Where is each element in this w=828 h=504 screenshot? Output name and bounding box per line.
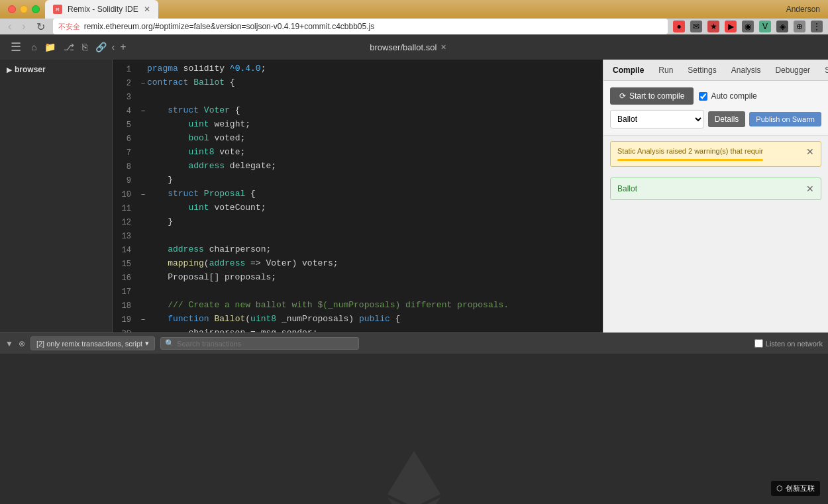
- listen-network-checkbox[interactable]: [754, 339, 763, 348]
- tab-favicon: R: [53, 5, 62, 14]
- right-panel: Compile Run Settings Analysis Debugger S…: [603, 60, 828, 332]
- close-button[interactable]: [8, 5, 16, 13]
- line-indicator[interactable]: [139, 271, 147, 285]
- details-button[interactable]: Details: [708, 111, 746, 127]
- sidebar-toggle[interactable]: ☰: [5, 37, 26, 57]
- line-number: 3: [113, 90, 139, 104]
- line-indicator[interactable]: [139, 201, 147, 215]
- nav-compile[interactable]: Compile: [606, 63, 650, 77]
- auto-compile-checkbox[interactable]: [699, 92, 707, 101]
- app: ☰ ⌂ 📁 ⎇ ⎘ 🔗 ‹ + browser/ballot.sol ✕ ▶ b…: [0, 34, 828, 504]
- start-compile-button[interactable]: ⟳ Start to compile: [610, 87, 694, 105]
- app-header: ☰ ⌂ 📁 ⎇ ⎘ 🔗 ‹ + browser/ballot.sol ✕: [0, 34, 828, 60]
- listen-network-text: Listen on network: [766, 340, 823, 348]
- traffic-lights: [8, 5, 40, 13]
- warning-progress-bar: [617, 159, 763, 161]
- auto-compile-label[interactable]: Auto compile: [699, 91, 756, 101]
- code-line: 18 /// Create a new ballot with $(_numPr…: [113, 299, 603, 313]
- tab-bar: R Remix - Solidity IDE ✕: [45, 0, 158, 19]
- nav-settings[interactable]: Settings: [681, 63, 723, 77]
- line-indicator[interactable]: [139, 90, 147, 104]
- security-label: 不安全: [58, 22, 80, 32]
- line-indicator[interactable]: [139, 327, 147, 332]
- line-number: 13: [113, 229, 139, 243]
- line-indicator[interactable]: [139, 118, 147, 132]
- line-number: 16: [113, 271, 139, 285]
- address-input[interactable]: 不安全 remix.ethereum.org/#optimize=false&v…: [53, 19, 668, 34]
- line-indicator[interactable]: [139, 229, 147, 243]
- line-indicator[interactable]: [139, 299, 147, 313]
- line-content: struct Voter {: [147, 104, 603, 118]
- txn-arrow-down-icon[interactable]: ▼: [5, 339, 13, 348]
- txn-search-box[interactable]: 🔍: [160, 337, 359, 350]
- line-content: address delegate;: [147, 160, 603, 174]
- browser-icons: ● ✉ ★ ▶ ◉ V ◈ ⊕ ⋮: [673, 21, 823, 32]
- line-content: }: [147, 215, 603, 229]
- warning-box: Static Analysis raised 2 warning(s) that…: [610, 141, 821, 167]
- line-content: struct Proposal {: [147, 187, 603, 201]
- git-icon[interactable]: ⎇: [62, 40, 76, 54]
- browser-icon-9: ⋮: [811, 21, 823, 32]
- home-icon[interactable]: ⌂: [29, 40, 38, 54]
- browser-tab[interactable]: R Remix - Solidity IDE ✕: [45, 0, 158, 19]
- browser-icon-7: ◈: [776, 21, 788, 32]
- contract-select[interactable]: Ballot: [610, 110, 704, 128]
- line-indicator[interactable]: [139, 62, 147, 76]
- transaction-bar: ▼ ⊗ [2] only remix transactions, script …: [0, 332, 828, 354]
- file-title-text: browser/ballot.sol: [370, 42, 437, 52]
- sidebar-browser-header[interactable]: ▶ browser: [0, 60, 112, 79]
- line-indicator[interactable]: [139, 243, 147, 257]
- ballot-close-icon[interactable]: ✕: [806, 183, 814, 194]
- line-indicator[interactable]: −: [139, 104, 147, 118]
- line-content: }: [147, 174, 603, 187]
- line-indicator[interactable]: [139, 215, 147, 229]
- line-indicator[interactable]: [139, 146, 147, 160]
- line-indicator[interactable]: −: [139, 187, 147, 201]
- line-content: chairperson = msg.sender;: [147, 327, 603, 332]
- compile-row: ⟳ Start to compile Auto compile: [610, 87, 821, 105]
- line-indicator[interactable]: [139, 132, 147, 146]
- code-line: 10− struct Proposal {: [113, 187, 603, 201]
- nav-run[interactable]: Run: [652, 63, 680, 77]
- contract-row: Ballot Details Publish on Swarm: [610, 110, 821, 128]
- nav-debugger[interactable]: Debugger: [768, 63, 817, 77]
- warning-close-icon[interactable]: ✕: [806, 147, 814, 156]
- code-editor[interactable]: 1pragma solidity ^0.4.0;2−contract Ballo…: [113, 60, 603, 332]
- code-line: 14 address chairperson;: [113, 243, 603, 257]
- line-indicator[interactable]: −: [139, 76, 147, 90]
- line-indicator[interactable]: [139, 285, 147, 299]
- maximize-button[interactable]: [32, 5, 40, 13]
- add-tab-button[interactable]: +: [120, 41, 126, 53]
- browser-icon-6: V: [759, 21, 771, 32]
- browser-icon-2: ✉: [690, 21, 702, 32]
- line-content: contract Ballot {: [147, 76, 603, 90]
- left-arrow-icon[interactable]: ‹: [111, 42, 115, 52]
- code-line: 19− function Ballot(uint8 _numProposals)…: [113, 313, 603, 327]
- refresh-button[interactable]: ↻: [34, 19, 48, 34]
- txn-filter-dropdown[interactable]: [2] only remix transactions, script ▾: [30, 336, 155, 350]
- nav-support[interactable]: Support: [818, 63, 828, 77]
- line-indicator[interactable]: −: [139, 313, 147, 327]
- listen-network-label[interactable]: Listen on network: [754, 339, 823, 348]
- folder-icon[interactable]: 📁: [42, 40, 58, 54]
- forward-button[interactable]: ›: [19, 19, 28, 34]
- line-indicator[interactable]: [139, 174, 147, 187]
- txn-search-input[interactable]: [177, 340, 354, 348]
- copy-icon[interactable]: ⎘: [80, 40, 89, 54]
- link-icon[interactable]: 🔗: [93, 40, 109, 54]
- line-indicator[interactable]: [139, 160, 147, 174]
- nav-analysis[interactable]: Analysis: [725, 63, 768, 77]
- publish-swarm-button[interactable]: Publish on Swarm: [749, 112, 821, 126]
- file-close-icon[interactable]: ✕: [440, 43, 446, 52]
- right-panel-nav: Compile Run Settings Analysis Debugger S…: [603, 60, 828, 81]
- titlebar: R Remix - Solidity IDE ✕ Anderson: [0, 0, 828, 19]
- minimize-button[interactable]: [20, 5, 28, 13]
- txn-block-icon[interactable]: ⊗: [19, 339, 25, 348]
- terminal-area: >: [0, 354, 828, 504]
- line-indicator[interactable]: [139, 257, 147, 271]
- line-number: 10: [113, 187, 139, 201]
- titlebar-left: R Remix - Solidity IDE ✕: [8, 0, 158, 19]
- back-button[interactable]: ‹: [5, 19, 14, 34]
- eth-logo: [388, 451, 440, 504]
- tab-close-icon[interactable]: ✕: [144, 5, 150, 14]
